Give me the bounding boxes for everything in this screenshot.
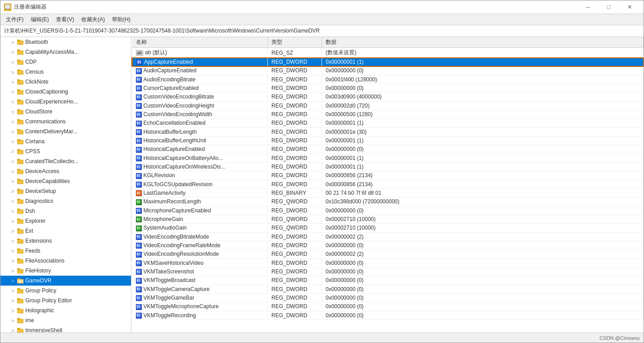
table-row[interactable]: 01AudioCaptureEnabledREG_DWORD0x00000000… xyxy=(132,66,644,75)
table-row[interactable]: 01KGLToGCSUpdatedRevisionREG_DWORD0x0000… xyxy=(132,180,644,188)
table-row[interactable]: 01MicrophoneCaptureEnabledREG_DWORD0x000… xyxy=(132,206,644,215)
table-row[interactable]: 01VKMToggleRecordingREG_DWORD0x00000000 … xyxy=(132,311,644,320)
cell-data: 0x00000000 (0) xyxy=(322,66,644,75)
svg-rect-15 xyxy=(17,150,23,154)
sidebar-item[interactable]: ▷ ime xyxy=(0,315,131,325)
main-content: ▷ Bluetooth▷ CapabilityAccessMa...▷ CDP▷… xyxy=(0,37,644,333)
cell-type: REG_DWORD xyxy=(268,241,322,249)
sidebar-item[interactable]: ▷ Feeds xyxy=(0,246,131,256)
sidebar-item[interactable]: ▷ CuratedTileCollectio... xyxy=(0,156,131,166)
sidebar-item[interactable]: ▷ CapabilityAccessMa... xyxy=(0,47,131,57)
sidebar-item[interactable]: ▷ Diagnostics xyxy=(0,196,131,206)
cell-name: 01CursorCaptureEnabled xyxy=(132,84,268,92)
sidebar-item[interactable]: ▷ GameDVR xyxy=(0,276,131,286)
table-row[interactable]: 01LastGameActivityREG_BINARY00 21 74 b0 … xyxy=(132,188,644,197)
menu-edit[interactable]: 编辑(E) xyxy=(27,15,52,24)
tree-arrow-icon: ▷ xyxy=(9,297,17,304)
col-data[interactable]: 数据 xyxy=(322,37,644,48)
menu-help[interactable]: 帮助(H) xyxy=(108,15,134,24)
sidebar-item[interactable]: ▷ FileAssociations xyxy=(0,256,131,266)
table-row[interactable]: 01VKMToggleMicrophoneCaptureREG_DWORD0x0… xyxy=(132,302,644,311)
table-row[interactable]: 01VideoEncodingFrameRateModeREG_DWORD0x0… xyxy=(132,241,644,249)
table-header-row: 名称 类型 数据 xyxy=(132,37,644,48)
table-row[interactable]: 01CustomVideoEncodingWidthREG_DWORD0x000… xyxy=(132,110,644,118)
col-name[interactable]: 名称 xyxy=(132,37,268,48)
menu-file[interactable]: 文件(F) xyxy=(2,15,27,24)
sidebar-item-label: CuratedTileCollectio... xyxy=(25,158,79,164)
tree-arrow-icon: ▷ xyxy=(9,227,17,235)
sidebar-item-label: DeviceAccess xyxy=(25,168,59,174)
table-row[interactable]: 01VideoEncodingResolutionModeREG_DWORD0x… xyxy=(132,250,644,258)
sidebar-item[interactable]: ▷ Explorer xyxy=(0,216,131,226)
folder-icon xyxy=(17,148,24,155)
sidebar-item[interactable]: ▷ DeviceCapabilities xyxy=(0,176,131,186)
table-row[interactable]: 01AudioEncodingBitrateREG_DWORD0x0001f40… xyxy=(132,75,644,84)
cell-type: REG_DWORD xyxy=(268,110,322,118)
sidebar-item[interactable]: ▷ Bluetooth xyxy=(0,37,131,47)
close-button[interactable]: ✕ xyxy=(619,0,640,14)
sidebar-item[interactable]: ▷ CDP xyxy=(0,57,131,67)
table-row[interactable]: 01KGLRevisionREG_DWORD0x00000856 (2134) xyxy=(132,171,644,180)
sidebar-item[interactable]: ▷ Group Policy xyxy=(0,286,131,296)
sidebar-item[interactable]: ▷ DeviceSetup xyxy=(0,186,131,196)
table-row[interactable]: 01HistoricalCaptureOnBatteryAllo...REG_D… xyxy=(132,154,644,162)
table-row[interactable]: abab (默认)REG_SZ(数值未设置) xyxy=(132,48,644,58)
col-type[interactable]: 类型 xyxy=(268,37,322,48)
table-row[interactable]: 01VKMToggleCameraCaptureREG_DWORD0x00000… xyxy=(132,285,644,293)
table-row[interactable]: 01CursorCaptureEnabledREG_DWORD0x0000000… xyxy=(132,84,644,92)
sidebar-item[interactable]: ▷ ClosedCaptioning xyxy=(0,87,131,97)
table-row[interactable]: 01MicrophoneGainREG_QWORD0x00002710 (100… xyxy=(132,215,644,223)
sidebar-item[interactable]: ▷ ContentDeliveryMar... xyxy=(0,127,131,136)
minimize-button[interactable]: ─ xyxy=(578,0,598,14)
sidebar-item[interactable]: ▷ Ext xyxy=(0,226,131,236)
sidebar-item[interactable]: ▷ ImmersiveShell xyxy=(0,325,131,333)
sidebar-item[interactable]: ▷ Dsh xyxy=(0,206,131,216)
menu-view[interactable]: 查看(V) xyxy=(52,15,78,24)
sidebar-item[interactable]: ▷ Census xyxy=(0,67,131,77)
sidebar-item[interactable]: ▷ FileHistory xyxy=(0,266,131,276)
cell-type: REG_DWORD xyxy=(268,119,322,127)
sidebar-item[interactable]: ▷ Communications xyxy=(0,117,131,127)
sidebar-item[interactable]: ▷ CloudExperienceHo... xyxy=(0,97,131,107)
sidebar-item-label: CloudExperienceHo... xyxy=(25,99,78,105)
table-row[interactable]: 01VKMSaveHistoricalVideoREG_DWORD0x00000… xyxy=(132,258,644,267)
sidebar-item[interactable]: ▷ ClickNote xyxy=(0,77,131,87)
table-row[interactable]: 01VKMToggleGameBarREG_DWORD0x00000000 (0… xyxy=(132,293,644,302)
right-panel[interactable]: 名称 类型 数据 abab (默认)REG_SZ(数值未设置)01AppCapt… xyxy=(131,37,644,333)
sidebar-item-label: Census xyxy=(25,69,44,75)
table-row[interactable]: 01HistoricalBufferLengthUnitREG_DWORD0x0… xyxy=(132,136,644,145)
table-row[interactable]: 01VideoEncodingBitrateModeREG_DWORD0x000… xyxy=(132,232,644,241)
sidebar-item[interactable]: ▷ Holographic xyxy=(0,305,131,315)
sidebar-item[interactable]: ▷ CPSS xyxy=(0,146,131,156)
table-row[interactable]: 01EchoCancellationEnabledREG_DWORD0x0000… xyxy=(132,119,644,127)
folder-icon xyxy=(17,297,24,304)
svg-rect-29 xyxy=(17,289,23,293)
cell-type: REG_DWORD xyxy=(268,276,322,285)
sidebar-item-label: CapabilityAccessMa... xyxy=(25,49,79,55)
menu-favorites[interactable]: 收藏夹(A) xyxy=(78,15,108,24)
cell-data: 0x00000000 (0) xyxy=(322,276,644,285)
table-row[interactable]: 01HistoricalCaptureEnabledREG_DWORD0x000… xyxy=(132,145,644,154)
sidebar-item[interactable]: ▷ Extensions xyxy=(0,236,131,246)
sidebar-item[interactable]: ▷ Cortana xyxy=(0,136,131,146)
table-row[interactable]: 01CustomVideoEncodingBitrateREG_DWORD0x0… xyxy=(132,93,644,101)
table-row[interactable]: 01SystemAudioGainREG_QWORD0x00002710 (10… xyxy=(132,224,644,232)
table-row[interactable]: 01HistoricalCaptureOnWirelessDis...REG_D… xyxy=(132,162,644,171)
cell-name: 01KGLToGCSUpdatedRevision xyxy=(132,180,268,188)
sidebar[interactable]: ▷ Bluetooth▷ CapabilityAccessMa...▷ CDP▷… xyxy=(0,37,131,333)
cell-name: 01AudioCaptureEnabled xyxy=(132,66,268,75)
sidebar-item-label: ContentDeliveryMar... xyxy=(25,128,77,135)
sidebar-item[interactable]: ▷ Group Policy Editor xyxy=(0,296,131,305)
sidebar-item[interactable]: ▷ CloudStore xyxy=(0,107,131,117)
table-row[interactable]: 01CustomVideoEncodingHeightREG_DWORD0x00… xyxy=(132,101,644,110)
table-row[interactable]: 01VKMToggleBroadcastREG_DWORD0x00000000 … xyxy=(132,276,644,285)
maximize-button[interactable]: □ xyxy=(598,0,619,14)
table-row[interactable]: 01VKMTakeScreenshotREG_DWORD0x00000000 (… xyxy=(132,267,644,276)
sidebar-item[interactable]: ▷ DeviceAccess xyxy=(0,166,131,176)
svg-rect-13 xyxy=(17,130,23,134)
table-row[interactable]: 01HistoricalBufferLengthREG_DWORD0x00000… xyxy=(132,127,644,136)
cell-name: 01HistoricalCaptureOnWirelessDis... xyxy=(132,162,268,171)
table-row[interactable]: 01MaximumRecordLengthREG_QWORD0x10c388d0… xyxy=(132,197,644,206)
table-row[interactable]: 01AppCaptureEnabledREG_DWORD0x00000001 (… xyxy=(132,58,644,66)
cell-name: 01EchoCancellationEnabled xyxy=(132,119,268,127)
